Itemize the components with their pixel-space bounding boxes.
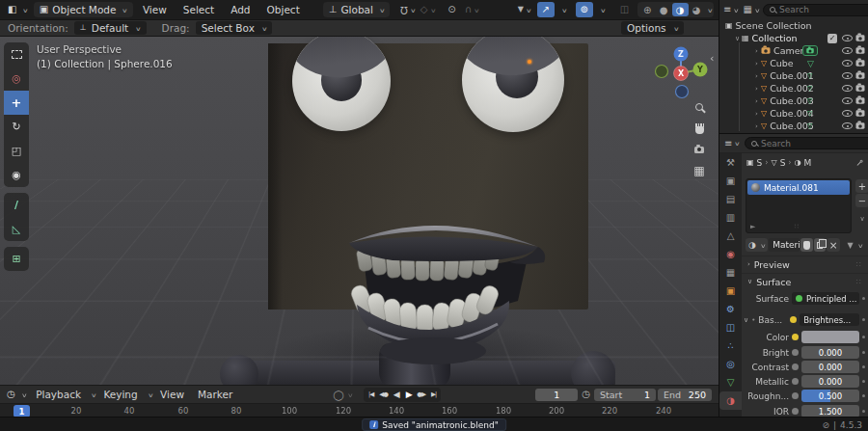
editor-type-button[interactable]: ◧ ∨ (5, 2, 31, 17)
current-frame-field[interactable]: 1 (535, 389, 578, 401)
snap-with-button[interactable]: ◇ ∨ (419, 2, 436, 17)
show-overlays-toggle[interactable]: ⊚ (576, 2, 593, 17)
jump-to-end-button[interactable]: ▶| (427, 389, 440, 401)
decorator-dot[interactable] (862, 394, 865, 397)
decorator-dot[interactable] (862, 410, 865, 413)
tree-closed-icon[interactable]: › (752, 110, 761, 118)
outliner-row-cube001[interactable]: › ▽ Cube.001 ▽ (719, 69, 868, 82)
drag-select-box-select[interactable]: Select Box ∨ (196, 21, 273, 35)
display-mode-button[interactable]: ▦ ∨ (743, 2, 760, 17)
proportional-edit-toggle[interactable]: ⊙ (443, 2, 460, 17)
next-keyframe-button[interactable]: ●▶ (415, 389, 427, 401)
panel-surface[interactable]: ∨ Surface ∷ (742, 273, 868, 289)
render-toggle[interactable] (855, 58, 865, 68)
bright-field[interactable]: 0.000 (801, 346, 859, 359)
ior-field[interactable]: 1.500 (801, 405, 859, 417)
metallic-field[interactable]: 0.000 (801, 375, 859, 388)
material-slot-active[interactable]: Material.081 (747, 180, 850, 195)
hide-toggle[interactable] (842, 33, 853, 43)
breadcrumb-object[interactable]: S (757, 158, 763, 168)
material-filter-button[interactable]: ▼ ∨ (844, 238, 865, 252)
record-button[interactable]: ◯ (333, 390, 343, 400)
start-frame-field[interactable]: Start 1 (594, 389, 656, 401)
outliner-row-cube003[interactable]: › ▽ Cube.003 ▽ (719, 94, 868, 107)
tab-render[interactable]: ▣ (719, 172, 742, 190)
outliner-search[interactable] (763, 4, 868, 16)
decorator-dot[interactable] (862, 351, 865, 354)
tab-object-data[interactable]: ▽ (719, 373, 742, 391)
roughness-slider[interactable]: 0.500 (801, 390, 859, 402)
timeline-editor-button[interactable]: ◷ ∨ (5, 387, 28, 402)
tab-collection[interactable]: ▦ (719, 263, 742, 282)
mode-select[interactable]: ▣ Object Mode ∨ (34, 2, 133, 17)
unlink-material-button[interactable]: × (827, 238, 841, 252)
render-toggle[interactable] (855, 45, 865, 56)
visibility-filter-button[interactable]: ▼ ∨ (516, 2, 533, 17)
shading-wireframe-button[interactable]: ⊕ (639, 3, 656, 16)
menu-select[interactable]: Select (176, 4, 221, 15)
tool-move[interactable]: + (4, 91, 29, 115)
camera-data-icon[interactable] (802, 45, 818, 56)
tab-modifiers[interactable]: ⚙ (719, 300, 742, 318)
outliner-row-camera[interactable]: › Camera (719, 44, 868, 57)
navigation-gizmo[interactable]: Z Y X (654, 44, 710, 100)
render-toggle[interactable] (855, 83, 865, 94)
color-swatch[interactable] (801, 331, 859, 343)
outliner-row-collection[interactable]: ∨ ▦ Collection ✓ (719, 32, 868, 44)
tree-closed-icon[interactable]: › (752, 72, 761, 80)
xray-toggle[interactable]: ◫ (616, 2, 634, 17)
tab-scene[interactable]: △ (719, 227, 742, 245)
material-slot-list[interactable]: Material.081 ► ∷ (746, 178, 852, 233)
menu-object[interactable]: Object (260, 4, 307, 15)
browse-material-button[interactable]: ◑ ∨ (746, 238, 768, 252)
hide-toggle[interactable] (842, 83, 853, 94)
tab-tool[interactable]: ⚒ (719, 153, 742, 172)
expand-icon[interactable]: ► (750, 223, 755, 230)
play-reverse-button[interactable]: ◀ (390, 389, 402, 401)
render-toggle[interactable] (855, 70, 865, 81)
outliner-search-input[interactable] (779, 5, 868, 14)
timeline-ruler[interactable]: 20 40 60 80 100 120 140 160 180 200 220 … (0, 403, 719, 418)
tool-annotate[interactable]: ∕ (4, 193, 29, 217)
menu-tl-view[interactable]: View (154, 389, 190, 400)
tab-view-layer[interactable]: ▥ (719, 208, 742, 227)
prev-keyframe-button[interactable]: ◀● (377, 389, 390, 401)
tree-closed-icon[interactable]: › (752, 122, 761, 130)
tab-physics[interactable]: ◎ (719, 355, 742, 373)
hide-toggle[interactable] (842, 70, 853, 81)
base-color-node-select[interactable]: Brightnes... (800, 313, 859, 326)
saved-notification[interactable]: i Saved "animatronic.blend" (362, 418, 506, 431)
hide-toggle[interactable] (842, 108, 853, 119)
tool-add-cube[interactable]: ⊞ (4, 247, 29, 271)
gizmo-y-axis[interactable]: Y (696, 66, 703, 74)
render-toggle[interactable] (855, 121, 865, 131)
menu-view[interactable]: View (136, 4, 174, 15)
falloff-select[interactable]: ∩ ∨ (463, 2, 480, 17)
menu-marker[interactable]: Marker (192, 389, 238, 400)
properties-editor-button[interactable]: ≡ ∨ (723, 136, 741, 151)
remove-slot-button[interactable]: − (855, 194, 868, 207)
add-slot-button[interactable]: + (855, 179, 868, 193)
properties-search[interactable] (745, 137, 868, 149)
tab-material[interactable]: ◑ (719, 391, 742, 410)
tab-world[interactable]: ◉ (719, 245, 742, 263)
tree-closed-icon[interactable]: › (752, 97, 761, 105)
contrast-field[interactable]: 0.000 (801, 361, 859, 373)
decorator-dot[interactable] (862, 318, 865, 321)
decorator-dot[interactable] (862, 380, 865, 383)
tree-closed-icon[interactable]: › (752, 47, 761, 55)
tool-rotate[interactable]: ↻ (4, 115, 29, 139)
tab-constraints[interactable]: ◫ (719, 318, 742, 337)
camera-view-button[interactable] (689, 139, 710, 160)
options-dropdown[interactable]: Options ∨ (621, 21, 684, 35)
zoom-view-button[interactable] (689, 96, 710, 118)
hide-toggle[interactable] (842, 121, 853, 131)
menu-keying[interactable]: Keying (97, 389, 143, 400)
jump-to-start-button[interactable]: |◀ (365, 389, 377, 401)
shading-rendered-button[interactable]: ◕ (689, 3, 705, 16)
end-frame-field[interactable]: End 250 (658, 389, 712, 401)
keying-clock-icon[interactable]: ◷ (582, 390, 590, 399)
snap-toggle[interactable]: Ω ∨ (398, 2, 416, 17)
tool-measure[interactable]: ◺ (4, 217, 29, 241)
shading-solid-button[interactable]: ● (656, 3, 672, 16)
